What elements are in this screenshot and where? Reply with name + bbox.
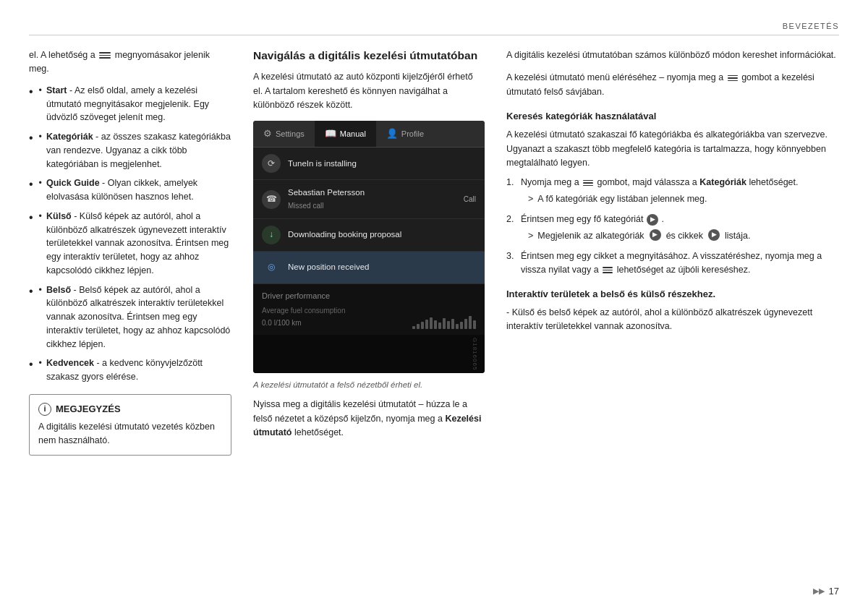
tunein-icon: ⟳: [262, 154, 281, 173]
page-container: BEVEZETÉS el. A lehetőség a megnyomásako…: [0, 0, 868, 611]
list-item: • Kedvencek - a kedvenc könyvjelzőzött s…: [29, 356, 231, 384]
list-item: • Belső - Belső képek az autóról, ahol a…: [29, 283, 231, 351]
next-arrows: ▶▶: [813, 586, 825, 596]
note-box: i MEGJEGYZÉS A digitális kezelési útmuta…: [29, 394, 231, 456]
step2-sub-icon1: ▶: [650, 229, 661, 241]
page-header: BEVEZETÉS: [29, 22, 839, 35]
left-column: el. A lehetőség a megnyomásakor jelenik …: [29, 48, 231, 456]
booking-icon: ↓: [262, 226, 281, 244]
fuel-bars: [412, 315, 476, 329]
menu-icon: [99, 51, 111, 60]
list-item: • Külső - Külső képek az autóról, ahol a…: [29, 210, 231, 278]
step1-sub: A fő kategóriák egy listában jelennek me…: [521, 192, 839, 205]
booking-title: Downloading booking proposal: [288, 228, 476, 242]
screen-mockup: ⚙ Settings 📖 Manual 👤 Profile ⟳: [253, 121, 485, 373]
call-icon: ☎: [262, 190, 281, 209]
tab-profile[interactable]: 👤 Profile: [376, 121, 434, 147]
right-intro: A digitális kezelési útmutatóban számos …: [506, 48, 839, 62]
intro-text: el. A lehetőség a: [29, 50, 95, 60]
step1-menu-icon: [583, 179, 593, 187]
tunein-title: TuneIn is installing: [288, 158, 476, 171]
tab-manual[interactable]: 📖 Manual: [315, 121, 376, 147]
list-item: • Start - Az első oldal, amely a kezelés…: [29, 84, 231, 124]
position-icon: ◎: [262, 258, 281, 277]
steps-list: Nyomja meg a gombot, majd válassza a Kat…: [506, 176, 839, 276]
left-intro: el. A lehetőség a megnyomásakor jelenik …: [29, 48, 231, 77]
screen-bottom: Driver performance Average fuel consumpt…: [253, 283, 485, 335]
subsection-title-1: Keresés kategóriák használatával: [506, 109, 839, 124]
subsection-text-2: - Külső és belső képek az autóról, ahol …: [506, 306, 839, 334]
screen-id-bar: G1816065: [253, 335, 485, 373]
driver-perf-title: Driver performance: [262, 290, 345, 302]
header-label: BEVEZETÉS: [783, 22, 839, 30]
manual-icon: 📖: [325, 127, 336, 141]
step-3: Érintsen meg egy cikket a megnyitásához.…: [506, 249, 839, 277]
subsection-title-2: Interaktív területek a belső és külső ré…: [506, 287, 839, 302]
list-item: • Quick Guide - Olyan cikkek, amelyek el…: [29, 176, 231, 204]
menu-access-text: A kezelési útmutató menü eléréséhez – ny…: [506, 71, 839, 99]
fuel-value: 0.0 l/100 km: [262, 317, 345, 329]
settings-icon: ⚙: [263, 127, 272, 141]
section-intro: A kezelési útmutató az autó központi kij…: [253, 70, 485, 112]
bullet-list: • Start - Az első oldal, amely a kezelés…: [29, 84, 231, 384]
section-title: Navigálás a digitális kezelési útmutatób…: [253, 48, 485, 63]
page-footer: ▶▶ 17: [813, 586, 839, 597]
note-text: A digitális kezelési útmutató vezetés kö…: [38, 420, 222, 448]
step2-circle-icon: ▶: [647, 214, 658, 226]
page-number: 17: [829, 586, 839, 597]
screen-caption: A kezelési útmutatót a felső nézetből ér…: [253, 379, 485, 390]
profile-icon: 👤: [386, 127, 398, 141]
middle-outro: Nyissa meg a digitális kezelési útmutató…: [253, 398, 485, 440]
screen-item-position[interactable]: ◎ New position received: [253, 252, 485, 283]
step3-menu-icon: [603, 266, 613, 274]
tab-settings-label: Settings: [276, 128, 305, 140]
middle-column: Navigálás a digitális kezelési útmutatób…: [253, 48, 485, 448]
list-item: • Kategóriák - az összes szakasz kategór…: [29, 130, 231, 171]
subsection-text-1: A kezelési útmutató szakaszai fő kategór…: [506, 128, 839, 170]
call-action[interactable]: Call: [464, 194, 476, 205]
note-header: i MEGJEGYZÉS: [38, 402, 222, 416]
tab-settings[interactable]: ⚙ Settings: [253, 121, 315, 147]
call-subtitle: Missed call: [288, 200, 456, 212]
right-column: A digitális kezelési útmutatóban számos …: [506, 48, 839, 340]
step-1: Nyomja meg a gombot, majd válassza a Kat…: [506, 176, 839, 205]
position-title: New position received: [288, 261, 476, 274]
fuel-subtitle: Average fuel consumption: [262, 305, 345, 317]
tab-manual-label: Manual: [340, 128, 366, 140]
screen-item-tunein[interactable]: ⟳ TuneIn is installing: [253, 148, 485, 180]
screen-topbar: ⚙ Settings 📖 Manual 👤 Profile: [253, 121, 485, 148]
step2-sub: Megjelenik az alkategóriák ▶ és cikkek ▶…: [521, 229, 839, 242]
screen-item-booking[interactable]: ↓ Downloading booking proposal: [253, 219, 485, 252]
menu-icon-right: [728, 74, 738, 82]
screen-content: ⟳ TuneIn is installing ☎ Sebastian Peter…: [253, 148, 485, 283]
screen-item-call[interactable]: ☎ Sebastian Petersson Missed call Call: [253, 180, 485, 218]
tab-profile-label: Profile: [401, 128, 424, 140]
note-title: MEGJEGYZÉS: [56, 402, 121, 416]
main-columns: el. A lehetőség a megnyomásakor jelenik …: [29, 48, 839, 456]
info-icon: i: [38, 403, 51, 416]
step-2: Érintsen meg egy fő kategóriát ▶ . Megje…: [506, 213, 839, 242]
step2-sub-icon2: ▶: [708, 229, 720, 241]
call-title: Sebastian Petersson: [288, 187, 456, 200]
